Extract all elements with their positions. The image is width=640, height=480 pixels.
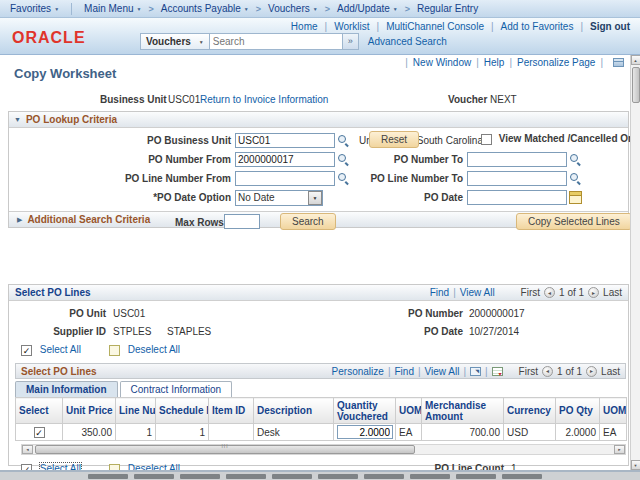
po-lookup-criteria-body: PO Business Unit University of South Car… bbox=[9, 128, 628, 211]
po-business-unit-field[interactable] bbox=[235, 133, 335, 148]
column-header-line-number[interactable]: Line Number bbox=[116, 398, 156, 424]
find-link[interactable]: Find bbox=[394, 366, 413, 377]
search-go-button[interactable]: » bbox=[343, 33, 359, 50]
scroll-up-icon[interactable]: ▲ bbox=[631, 55, 640, 65]
calendar-icon[interactable] bbox=[569, 191, 582, 204]
lookup-magnifier-icon[interactable] bbox=[569, 153, 582, 166]
breadcrumb: Favorites ▼ Main Menu ▼ > Accounts Payab… bbox=[0, 0, 640, 18]
column-header-merchandise-amount[interactable]: Merchandise Amount bbox=[422, 398, 504, 424]
personalize-page-link[interactable]: Personalize Page bbox=[517, 57, 595, 68]
column-header-currency[interactable]: Currency bbox=[504, 398, 556, 424]
column-header-po-qty[interactable]: PO Qty bbox=[556, 398, 600, 424]
grid-tabs: Main Information Contract Information bbox=[15, 381, 626, 397]
scroll-right-icon[interactable]: ► bbox=[614, 445, 625, 454]
collapse-triangle-icon[interactable]: ▼ bbox=[14, 116, 21, 123]
column-header-item-id[interactable]: Item ID bbox=[209, 398, 254, 424]
po-date-option-select[interactable]: No Date ▼ bbox=[235, 190, 323, 206]
return-to-invoice-link[interactable]: Return to Invoice Information bbox=[200, 94, 328, 105]
copy-selected-lines-button[interactable]: Copy Selected Lines bbox=[516, 213, 632, 230]
column-header-unit-price[interactable]: Unit Price bbox=[63, 398, 116, 424]
row-select-checkbox[interactable]: ✓ bbox=[34, 427, 45, 438]
po-number-to-field[interactable] bbox=[467, 152, 567, 167]
taskbar-segment bbox=[410, 474, 450, 479]
find-link[interactable]: Find bbox=[430, 287, 449, 298]
select-all-checked-icon[interactable]: ✓ bbox=[21, 345, 32, 356]
chevron-down-icon: ▼ bbox=[393, 6, 398, 12]
scroll-left-icon[interactable]: ◄ bbox=[22, 445, 33, 454]
breadcrumb-favorites[interactable]: Favorites ▼ bbox=[10, 3, 59, 14]
po-business-unit-label: PO Business Unit bbox=[9, 135, 231, 146]
vertical-scrollbar[interactable]: ▲ ▼ bbox=[630, 55, 640, 470]
sign-out-link[interactable]: Sign out bbox=[590, 21, 630, 32]
horizontal-scroll-thumb[interactable] bbox=[35, 445, 415, 454]
http-page-icon[interactable] bbox=[613, 58, 624, 67]
grid-horizontal-scrollbar[interactable]: ◄ ► bbox=[21, 444, 626, 455]
breadcrumb-add-update[interactable]: Add/Update ▼ bbox=[337, 3, 398, 14]
supplier-id-label: Supplier ID bbox=[9, 326, 106, 337]
help-link[interactable]: Help bbox=[484, 57, 505, 68]
row-uom: EA bbox=[396, 424, 422, 441]
po-number-from-field[interactable] bbox=[235, 152, 335, 167]
breadcrumb-main-menu[interactable]: Main Menu ▼ bbox=[84, 3, 141, 14]
column-header-po-uom[interactable]: UOM bbox=[600, 398, 627, 424]
pagination-count: 1 of 1 bbox=[557, 366, 582, 377]
deselect-all-link[interactable]: Deselect All bbox=[128, 344, 180, 355]
view-matched-checkbox[interactable] bbox=[481, 134, 492, 145]
po-line-number-to-field[interactable] bbox=[467, 171, 567, 186]
dropdown-arrow-icon[interactable]: ▼ bbox=[308, 191, 322, 205]
view-all-link[interactable]: View All bbox=[460, 287, 495, 298]
search-button[interactable]: Search bbox=[280, 213, 336, 230]
download-to-excel-icon[interactable]: ▾ bbox=[492, 367, 503, 376]
home-link[interactable]: Home bbox=[291, 21, 318, 32]
page-header: ORACLE Home | Worklist | MultiChannel Co… bbox=[0, 18, 640, 55]
po-lookup-criteria-title[interactable]: PO Lookup Criteria bbox=[26, 114, 117, 125]
po-line-number-from-field[interactable] bbox=[235, 171, 335, 186]
search-scope-dropdown[interactable]: Vouchers ▼ bbox=[140, 33, 209, 50]
tab-contract-information[interactable]: Contract Information bbox=[120, 381, 233, 397]
lookup-row-4: *PO Date Option No Date ▼ PO Date bbox=[9, 188, 628, 207]
breadcrumb-accounts-payable[interactable]: Accounts Payable ▼ bbox=[161, 3, 249, 14]
add-to-favorites-link[interactable]: Add to Favorites bbox=[501, 21, 574, 32]
next-page-icon[interactable]: ► bbox=[588, 287, 599, 298]
multichannel-console-link[interactable]: MultiChannel Console bbox=[386, 21, 484, 32]
view-all-link[interactable]: View All bbox=[425, 366, 460, 377]
zoom-grid-icon[interactable]: ◥ bbox=[470, 367, 481, 376]
lookup-magnifier-icon[interactable] bbox=[337, 134, 350, 147]
reset-button[interactable]: Reset bbox=[369, 131, 419, 148]
po-date-field[interactable] bbox=[467, 190, 567, 205]
previous-page-icon[interactable]: ◄ bbox=[542, 366, 553, 377]
column-header-quantity-vouchered[interactable]: Quantity Vouchered bbox=[334, 398, 396, 424]
tab-main-information[interactable]: Main Information bbox=[15, 381, 118, 397]
max-rows-field[interactable] bbox=[224, 214, 260, 229]
breadcrumb-vouchers[interactable]: Vouchers ▼ bbox=[268, 3, 318, 14]
breadcrumb-label: Accounts Payable bbox=[161, 3, 241, 14]
lookup-magnifier-icon[interactable] bbox=[569, 172, 582, 185]
row-description: Desk bbox=[254, 424, 334, 441]
new-window-link[interactable]: New Window bbox=[413, 57, 471, 68]
po-lookup-criteria-header[interactable]: ▼ PO Lookup Criteria bbox=[9, 112, 628, 128]
vertical-scroll-thumb[interactable] bbox=[632, 67, 640, 103]
po-number-from-label: PO Number From bbox=[9, 154, 231, 165]
advanced-search-link[interactable]: Advanced Search bbox=[368, 36, 447, 47]
column-header-uom[interactable]: UOM bbox=[396, 398, 422, 424]
chevron-down-icon: ▼ bbox=[137, 6, 142, 12]
column-header-schedule-number[interactable]: Schedule Number bbox=[156, 398, 209, 424]
worklist-link[interactable]: Worklist bbox=[334, 21, 369, 32]
row-unit-price: 350.00 bbox=[63, 424, 116, 441]
deselect-all-icon[interactable] bbox=[109, 345, 120, 356]
breadcrumb-separator: > bbox=[256, 4, 261, 14]
breadcrumb-regular-entry[interactable]: Regular Entry bbox=[417, 3, 478, 14]
next-page-icon[interactable]: ► bbox=[586, 366, 597, 377]
po-number-value: 2000000017 bbox=[469, 308, 525, 319]
select-all-link[interactable]: Select All bbox=[40, 344, 81, 355]
personalize-link[interactable]: Personalize bbox=[332, 366, 384, 377]
previous-page-icon[interactable]: ◄ bbox=[544, 287, 555, 298]
search-input[interactable] bbox=[209, 33, 343, 50]
quantity-vouchered-field[interactable] bbox=[337, 425, 393, 439]
column-header-description[interactable]: Description bbox=[254, 398, 334, 424]
column-header-select[interactable]: Select bbox=[16, 398, 63, 424]
scroll-down-icon[interactable]: ▼ bbox=[631, 460, 640, 470]
business-unit-label: Business Unit bbox=[100, 94, 167, 105]
separator: | bbox=[388, 366, 391, 377]
application-window: Favorites ▼ Main Menu ▼ > Accounts Payab… bbox=[0, 0, 640, 480]
